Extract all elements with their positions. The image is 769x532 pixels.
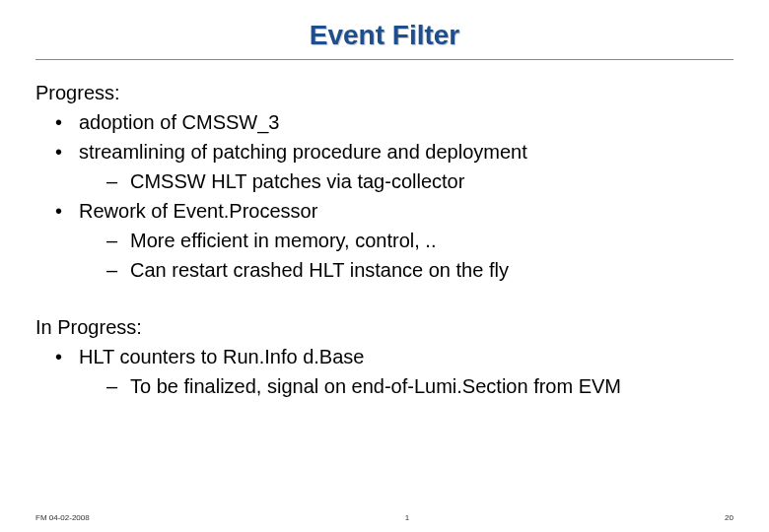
bullet-text: HLT counters to Run.Info d.Base [79,346,364,367]
dash-text: More efficient in memory, control, .. [130,230,436,251]
bullet-text: adoption of CMSSW_3 [79,111,279,133]
list-item: Can restart crashed HLT instance on the … [106,255,734,285]
slide: Event Filter Progress: adoption of CMSSW… [0,0,769,532]
list-item: To be finalized, signal on end-of-Lumi.S… [106,371,734,401]
sub-list: CMSSW HLT patches via tag-collector [106,166,734,196]
sub-list: More efficient in memory, control, .. Ca… [106,226,734,285]
footer: FM 04-02-2008 1 20 [35,513,734,522]
dash-text: To be finalized, signal on end-of-Lumi.S… [130,375,621,397]
progress-list: adoption of CMSSW_3 streamlining of patc… [55,107,734,285]
footer-left: FM 04-02-2008 [35,513,90,522]
slide-title: Event Filter [35,20,734,59]
footer-center: 1 [405,513,409,522]
list-item: HLT counters to Run.Info d.Base To be fi… [55,342,734,401]
in-progress-label: In Progress: [35,312,734,342]
footer-right: 20 [725,513,734,522]
dash-text: Can restart crashed HLT instance on the … [130,259,509,281]
list-item: CMSSW HLT patches via tag-collector [106,166,734,196]
sub-list: To be finalized, signal on end-of-Lumi.S… [106,371,734,401]
list-item: More efficient in memory, control, .. [106,226,734,255]
slide-body: Progress: adoption of CMSSW_3 streamlini… [35,78,734,401]
dash-text: CMSSW HLT patches via tag-collector [130,170,464,192]
bullet-text: Rework of Event.Processor [79,200,317,222]
list-item: adoption of CMSSW_3 [55,107,734,137]
list-item: streamlining of patching procedure and d… [55,137,734,196]
in-progress-list: HLT counters to Run.Info d.Base To be fi… [55,342,734,401]
list-item: Rework of Event.Processor More efficient… [55,196,734,285]
progress-label: Progress: [35,78,734,107]
title-rule [35,59,734,60]
bullet-text: streamlining of patching procedure and d… [79,141,527,163]
